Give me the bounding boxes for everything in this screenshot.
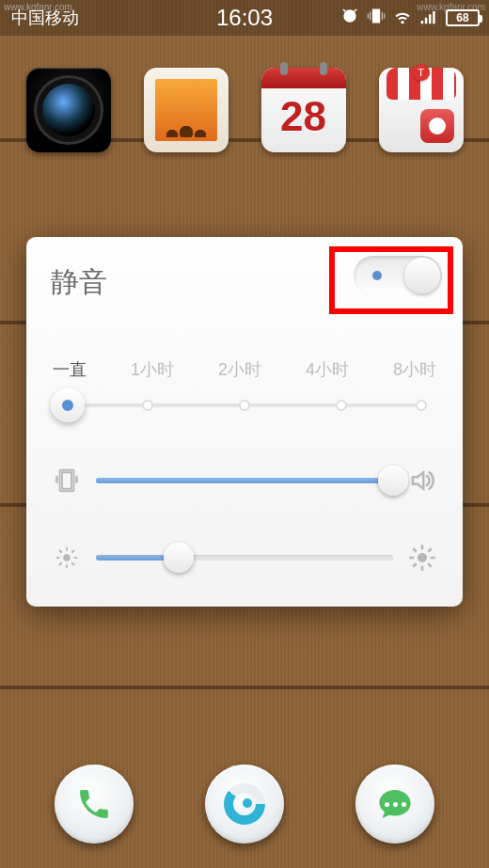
svg-point-0 (63, 554, 71, 561)
svg-line-16 (413, 563, 417, 567)
duration-option-8h[interactable]: 8小时 (393, 358, 436, 381)
duration-selector: 一直 1小时 2小时 4小时 8小时 (51, 358, 438, 424)
phone-app-icon[interactable] (55, 765, 134, 844)
silent-mode-panel: 静音 一直 1小时 2小时 4小时 8小时 (26, 237, 463, 607)
brightness-high-icon (406, 544, 438, 572)
svg-line-8 (71, 550, 74, 553)
speaker-icon (406, 466, 438, 495)
carrier-label: 中国移动 (11, 7, 79, 29)
calendar-header (261, 68, 346, 88)
svg-line-17 (428, 548, 432, 552)
volume-slider[interactable] (96, 464, 393, 497)
svg-line-15 (428, 563, 432, 567)
duration-option-4h[interactable]: 4小时 (306, 358, 349, 381)
battery-level: 68 (456, 11, 468, 24)
svg-line-6 (71, 562, 74, 565)
vibrate-icon (367, 7, 386, 29)
silent-toggle[interactable] (354, 256, 442, 295)
duration-option-2h[interactable]: 2小时 (218, 358, 261, 381)
store-app-icon[interactable]: T (379, 68, 464, 152)
browser-app-icon[interactable] (205, 765, 284, 844)
duration-option-always[interactable]: 一直 (53, 358, 87, 381)
clock: 16:03 (216, 5, 273, 31)
camera-app-icon[interactable] (26, 68, 111, 152)
volume-knob[interactable] (378, 466, 408, 496)
vibrate-icon (51, 466, 83, 495)
gallery-app-icon[interactable] (144, 68, 229, 152)
wifi-icon (393, 7, 412, 29)
svg-point-9 (418, 553, 427, 562)
svg-line-5 (59, 550, 62, 553)
store-badge: T (413, 64, 430, 81)
brightness-low-icon (51, 544, 83, 572)
duration-handle[interactable] (51, 388, 85, 422)
brightness-knob[interactable] (164, 543, 194, 573)
duration-slider[interactable] (51, 387, 438, 424)
calendar-app-icon[interactable]: 28 (261, 68, 346, 152)
dock (0, 765, 489, 844)
volume-row (51, 464, 438, 497)
svg-line-7 (59, 562, 62, 565)
status-bar: 中国移动 16:03 68 (0, 0, 489, 36)
svg-line-14 (413, 548, 417, 552)
toggle-indicator-dot (372, 271, 382, 280)
messages-app-icon[interactable] (355, 765, 434, 844)
duration-option-1h[interactable]: 1小时 (131, 358, 174, 381)
battery-indicator: 68 (446, 9, 480, 26)
toggle-knob (404, 258, 440, 293)
browser-swirl-icon (224, 783, 265, 825)
brightness-row (51, 541, 438, 575)
message-dots-icon (385, 802, 406, 807)
home-icon-row: 28 T (0, 68, 489, 152)
calendar-day: 28 (280, 93, 326, 140)
alarm-icon (340, 7, 359, 29)
brightness-slider[interactable] (96, 541, 393, 575)
signal-icon (419, 7, 438, 29)
weibo-icon (420, 109, 454, 143)
